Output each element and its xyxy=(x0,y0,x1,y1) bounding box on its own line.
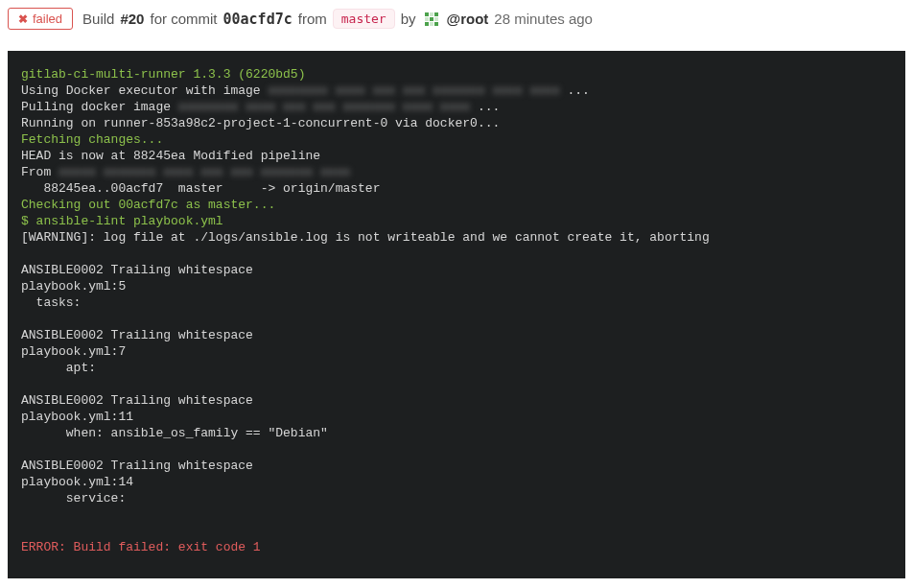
redacted-text: xxxxxxxx xxxx xxx xxx xxxxxxx xxxx xxxx xyxy=(178,100,470,114)
log-command: $ ansible-lint playbook.yml xyxy=(21,214,223,228)
svg-rect-3 xyxy=(425,17,429,21)
log-line: Using Docker executor with image xxxxxxx… xyxy=(21,83,590,98)
for-commit-word: for commit xyxy=(150,11,217,27)
log-fetch: Fetching changes... xyxy=(21,132,163,147)
log-line: ANSIBLE0002 Trailing whitespace xyxy=(21,393,253,408)
build-number[interactable]: #20 xyxy=(120,11,144,27)
build-header: ✖ failed Build #20 for commit 00acfd7c f… xyxy=(0,0,913,37)
log-line: ANSIBLE0002 Trailing whitespace xyxy=(21,263,253,277)
log-error: ERROR: Build failed: exit code 1 xyxy=(21,540,261,554)
build-log[interactable]: gitlab-ci-multi-runner 1.3.3 (6220bd5) U… xyxy=(8,51,905,578)
svg-rect-6 xyxy=(425,22,429,26)
log-line: apt: xyxy=(21,361,96,375)
svg-rect-2 xyxy=(430,12,433,16)
by-word: by xyxy=(401,11,416,27)
log-runner: gitlab-ci-multi-runner 1.3.3 (6220bd5) xyxy=(21,67,305,82)
log-line: playbook.yml:14 xyxy=(21,475,133,489)
log-line: playbook.yml:7 xyxy=(21,344,126,359)
svg-rect-7 xyxy=(434,22,438,26)
log-line: Running on runner-853a98c2-project-1-con… xyxy=(21,116,500,130)
log-line: playbook.yml:11 xyxy=(21,410,133,424)
log-line: Pulling docker image xxxxxxxx xxxx xxx x… xyxy=(21,100,500,114)
log-line: when: ansible_os_family == "Debian" xyxy=(21,426,328,440)
log-checkout: Checking out 00acfd7c as master... xyxy=(21,198,275,212)
svg-rect-0 xyxy=(425,12,429,16)
svg-rect-5 xyxy=(434,17,438,21)
log-line: playbook.yml:5 xyxy=(21,279,126,294)
log-line: ANSIBLE0002 Trailing whitespace xyxy=(21,459,253,473)
build-summary: Build #20 for commit 00acfd7c from maste… xyxy=(82,9,593,29)
commit-hash[interactable]: 00acfd7c xyxy=(222,11,292,28)
author-link[interactable]: @root xyxy=(447,11,489,27)
time-ago: 28 minutes ago xyxy=(494,11,593,27)
redacted-text: xxxxx xxxxxxx xxxx xxx xxx xxxxxxx xxxx xyxy=(59,165,350,179)
failed-icon: ✖ xyxy=(18,13,28,25)
log-line: ANSIBLE0002 Trailing whitespace xyxy=(21,328,253,342)
redacted-text: xxxxxxxx xxxx xxx xxx xxxxxxx xxxx xxxx xyxy=(268,83,559,98)
log-line: service: xyxy=(21,491,126,506)
svg-rect-4 xyxy=(430,17,433,21)
branch-badge[interactable]: master xyxy=(333,9,395,29)
svg-rect-8 xyxy=(430,22,433,26)
log-line: [WARNING]: log file at ./logs/ansible.lo… xyxy=(21,230,710,245)
from-word: from xyxy=(298,11,327,27)
log-line: tasks: xyxy=(21,295,81,310)
log-line: HEAD is now at 88245ea Modified pipeline xyxy=(21,149,320,163)
svg-rect-1 xyxy=(434,12,438,16)
build-word: Build xyxy=(82,11,114,27)
status-badge: ✖ failed xyxy=(8,8,73,30)
log-line: From xxxxx xxxxxxx xxxx xxx xxx xxxxxxx … xyxy=(21,165,350,179)
status-label: failed xyxy=(33,12,62,25)
avatar-icon[interactable] xyxy=(422,10,441,29)
log-line: 88245ea..00acfd7 master -> origin/master xyxy=(21,181,380,196)
